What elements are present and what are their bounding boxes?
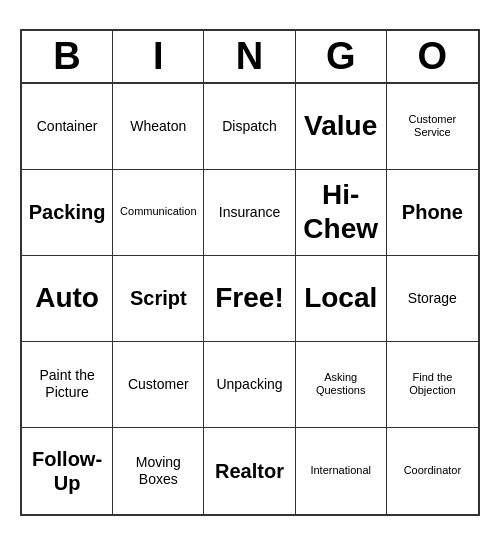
bingo-cell-1: Wheaton — [113, 84, 204, 170]
bingo-cell-4: Customer Service — [387, 84, 478, 170]
bingo-cell-15: Paint the Picture — [22, 342, 113, 428]
bingo-cell-19: Find the Objection — [387, 342, 478, 428]
bingo-card: BINGO ContainerWheatonDispatchValueCusto… — [20, 29, 480, 516]
bingo-cell-9: Phone — [387, 170, 478, 256]
cell-text-16: Customer — [128, 376, 189, 393]
bingo-cell-18: Asking Questions — [296, 342, 387, 428]
bingo-cell-3: Value — [296, 84, 387, 170]
bingo-cell-17: Unpacking — [204, 342, 295, 428]
cell-text-1: Wheaton — [130, 118, 186, 135]
bingo-letter-n: N — [204, 31, 295, 82]
bingo-cell-16: Customer — [113, 342, 204, 428]
bingo-cell-22: Realtor — [204, 428, 295, 514]
bingo-cell-10: Auto — [22, 256, 113, 342]
cell-text-0: Container — [37, 118, 98, 135]
bingo-cell-24: Coordinator — [387, 428, 478, 514]
cell-text-21: Moving Boxes — [117, 454, 199, 488]
cell-text-18: Asking Questions — [300, 371, 382, 397]
bingo-letter-o: O — [387, 31, 478, 82]
bingo-cell-0: Container — [22, 84, 113, 170]
cell-text-3: Value — [304, 109, 377, 143]
bingo-header: BINGO — [22, 31, 478, 84]
bingo-cell-20: Follow-Up — [22, 428, 113, 514]
cell-text-7: Insurance — [219, 204, 280, 221]
bingo-cell-8: Hi-Chew — [296, 170, 387, 256]
bingo-cell-2: Dispatch — [204, 84, 295, 170]
bingo-cell-6: Communication — [113, 170, 204, 256]
bingo-cell-7: Insurance — [204, 170, 295, 256]
bingo-cell-12: Free! — [204, 256, 295, 342]
cell-text-9: Phone — [402, 200, 463, 224]
cell-text-20: Follow-Up — [26, 447, 108, 495]
cell-text-12: Free! — [215, 281, 283, 315]
bingo-letter-i: I — [113, 31, 204, 82]
cell-text-6: Communication — [120, 205, 196, 218]
bingo-cell-13: Local — [296, 256, 387, 342]
cell-text-19: Find the Objection — [391, 371, 474, 397]
bingo-cell-21: Moving Boxes — [113, 428, 204, 514]
cell-text-13: Local — [304, 281, 377, 315]
bingo-cell-5: Packing — [22, 170, 113, 256]
cell-text-17: Unpacking — [216, 376, 282, 393]
cell-text-8: Hi-Chew — [300, 178, 382, 245]
cell-text-14: Storage — [408, 290, 457, 307]
bingo-letter-b: B — [22, 31, 113, 82]
cell-text-24: Coordinator — [404, 464, 461, 477]
cell-text-22: Realtor — [215, 459, 284, 483]
bingo-cell-14: Storage — [387, 256, 478, 342]
cell-text-5: Packing — [29, 200, 106, 224]
cell-text-2: Dispatch — [222, 118, 276, 135]
cell-text-11: Script — [130, 286, 187, 310]
bingo-cell-23: International — [296, 428, 387, 514]
bingo-grid: ContainerWheatonDispatchValueCustomer Se… — [22, 84, 478, 514]
bingo-letter-g: G — [296, 31, 387, 82]
cell-text-23: International — [310, 464, 371, 477]
cell-text-15: Paint the Picture — [26, 367, 108, 401]
bingo-cell-11: Script — [113, 256, 204, 342]
cell-text-4: Customer Service — [391, 113, 474, 139]
cell-text-10: Auto — [35, 281, 99, 315]
